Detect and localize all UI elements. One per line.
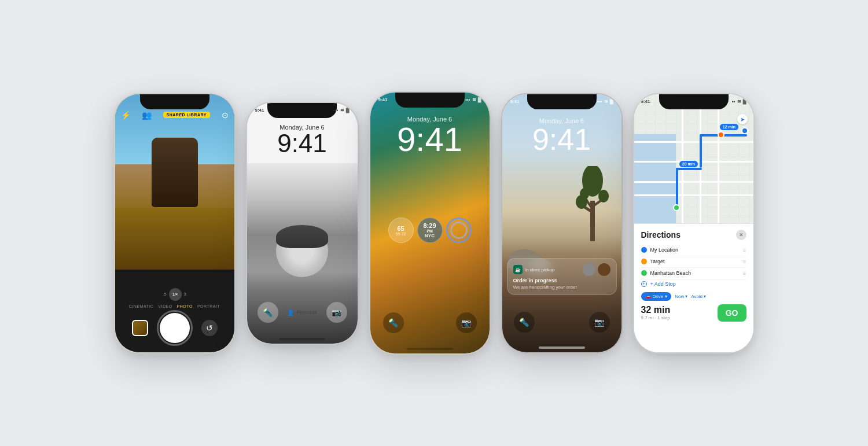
status-bar-maps: 9:41 ▪▪ ≋ ▓ xyxy=(634,99,753,104)
notification-card[interactable]: ☕ In store pickup Order in progress We a… xyxy=(507,258,617,295)
manhattan-beach-dot xyxy=(641,270,647,276)
location-row-2[interactable]: Target ≡ xyxy=(641,256,746,268)
my-location-dot xyxy=(641,247,647,253)
now-chevron: ▾ xyxy=(685,294,687,299)
lock-bottom-color: 🔦 📷 xyxy=(370,301,490,353)
camera-controls: ↺ xyxy=(132,313,218,343)
car-icon: 🚗 xyxy=(645,294,651,299)
phones-container: ⚡ 👥 SHARED LIBRARY ⊙ .5 1× 3 CINEMATIC V… xyxy=(97,74,772,372)
lock-clock-color: 9:41 xyxy=(370,123,490,156)
battery-icon-maps: ▓ xyxy=(743,99,746,104)
battery-icon-desert: ▓ xyxy=(610,99,613,104)
lock-clock-desert: 9:41 xyxy=(502,124,621,154)
flashlight-btn-desert[interactable]: 🔦 xyxy=(514,312,535,333)
notif-avatar-2 xyxy=(598,263,610,276)
home-indicator-desert xyxy=(539,347,585,349)
camera-thumbnail[interactable] xyxy=(132,320,148,336)
phone-maps: 9:41 ▪▪ ≋ ▓ xyxy=(633,93,755,353)
trip-time: 32 min xyxy=(641,305,671,315)
mode-cinematic[interactable]: CINEMATIC xyxy=(129,304,153,308)
camera-modes: CINEMATIC VIDEO PHOTO PORTRAIT xyxy=(129,304,220,308)
avoid-option[interactable]: Avoid ▾ xyxy=(691,294,706,299)
weather-widget: 65 55 72 xyxy=(388,218,414,243)
camera-btn-bw[interactable]: 📷 xyxy=(326,302,347,323)
camera-top-bar: ⚡ 👥 SHARED LIBRARY ⊙ xyxy=(115,110,234,120)
flip-camera-button[interactable]: ↺ xyxy=(201,320,218,336)
status-time-maps: 9:41 xyxy=(641,99,650,104)
mode-portrait[interactable]: PORTRAIT xyxy=(197,304,220,308)
time-bubble-12: 12 min xyxy=(720,124,738,130)
manhattan-beach-label: Manhattan Beach xyxy=(650,270,740,276)
directions-title: Directions xyxy=(641,230,681,239)
phone-maps-screen: 9:41 ▪▪ ≋ ▓ xyxy=(634,94,753,352)
camera-bottom: .5 1× 3 CINEMATIC VIDEO PHOTO PORTRAIT ↺ xyxy=(115,270,234,352)
status-bar-bw: 9:41 ▪▪▪ ≋ ▓ xyxy=(247,108,358,113)
activity-widget xyxy=(446,218,472,243)
signal-icon-bw: ▪▪▪ xyxy=(333,108,339,113)
wifi-icon-maps: ≋ xyxy=(737,99,741,104)
notif-app-name: In store pickup xyxy=(525,267,555,272)
flashlight-btn-color[interactable]: 🔦 xyxy=(383,312,404,333)
notif-avatar-1 xyxy=(583,263,595,276)
camera-btn-desert[interactable]: 📷 xyxy=(589,312,610,333)
battery-icon-bw: ▓ xyxy=(346,108,350,113)
people-icon: 👥 xyxy=(142,110,152,120)
go-button[interactable]: GO xyxy=(718,304,746,322)
map-view[interactable]: 12 min 20 min ➤ xyxy=(634,94,753,228)
drive-btn[interactable]: 🚗 Drive ▾ xyxy=(641,292,672,301)
status-icons-bw: ▪▪▪ ≋ ▓ xyxy=(333,108,349,113)
add-stop-row[interactable]: + + Add Stop xyxy=(641,279,746,289)
mode-photo[interactable]: PHOTO xyxy=(177,304,193,308)
trip-summary: 32 min 9.7 mi · 1 stop xyxy=(641,305,671,320)
flashlight-btn-bw[interactable]: 🔦 xyxy=(258,302,278,323)
now-option[interactable]: Now ▾ xyxy=(675,294,687,299)
target-dot xyxy=(641,259,647,264)
widgets-row: 65 55 72 8:29 PM NYC xyxy=(388,218,472,243)
person-icon: 👤 xyxy=(287,309,294,316)
svg-point-7 xyxy=(580,188,589,200)
svg-point-6 xyxy=(598,190,609,202)
shutter-button[interactable] xyxy=(160,313,190,343)
transport-row: 🚗 Drive ▾ Now ▾ Avoid ▾ xyxy=(641,292,746,301)
shared-library-badge: SHARED LIBRARY xyxy=(163,112,210,118)
phone-bw-lockscreen: 9:41 ▪▪▪ ≋ ▓ Monday, June 6 9:41 xyxy=(246,102,359,345)
close-directions-btn[interactable]: ✕ xyxy=(736,230,746,240)
joshua-tree xyxy=(575,166,609,241)
phone-color-lockscreen: 9:41 ▪▪▪ ≋ ▓ Monday, June 6 9:41 65 55 7… xyxy=(369,91,491,355)
phone-color-screen: 9:41 ▪▪▪ ≋ ▓ Monday, June 6 9:41 65 55 7… xyxy=(370,93,490,353)
status-bar-desert: 9:41 ▪▪▪ ≋ ▓ xyxy=(502,99,621,104)
phone-camera-screen: ⚡ 👥 SHARED LIBRARY ⊙ .5 1× 3 CINEMATIC V… xyxy=(115,94,234,352)
home-indicator-color xyxy=(407,348,453,350)
mode-video[interactable]: VIDEO xyxy=(158,304,172,308)
location-row-3[interactable]: Manhattan Beach ≡ xyxy=(641,268,746,279)
drag-handle-2: ≡ xyxy=(743,259,746,265)
phone-desert-lockscreen: 9:41 ▪▪▪ ≋ ▓ Monday, June 6 9:41 xyxy=(501,93,623,353)
status-time-color: 9:41 xyxy=(378,97,388,102)
wallpaper-label: 👤 Personal xyxy=(287,309,317,316)
battery-icon-color: ▓ xyxy=(478,97,481,102)
settings-icon[interactable]: ⊙ xyxy=(222,110,229,120)
my-location-label: My Location xyxy=(650,247,740,253)
route-start-pin xyxy=(741,127,748,134)
lock-bottom-bw: 🔦 👤 Personal 📷 xyxy=(247,290,358,344)
status-icons-maps: ▪▪ ≋ ▓ xyxy=(732,99,746,104)
wifi-icon-desert: ≋ xyxy=(604,99,608,104)
camera-viewfinder xyxy=(115,94,234,270)
lock-bottom-desert: 🔦 📷 xyxy=(502,300,621,352)
camera-btn-color[interactable]: 📷 xyxy=(456,312,477,333)
lock-time-desert: Monday, June 6 9:41 xyxy=(502,117,621,154)
status-time-desert: 9:41 xyxy=(510,99,520,104)
directions-panel: Directions ✕ My Location ≡ Target ≡ xyxy=(634,223,753,352)
location-row-1[interactable]: My Location ≡ xyxy=(641,245,746,256)
status-icons-desert: ▪▪▪ ≋ ▓ xyxy=(597,99,613,104)
directions-header: Directions ✕ xyxy=(641,230,746,240)
transport-chevron: ▾ xyxy=(665,294,667,299)
status-icons-color: ▪▪▪ ≋ ▓ xyxy=(465,97,481,102)
location-arrow[interactable]: ➤ xyxy=(737,114,748,124)
drag-handle-1: ≡ xyxy=(743,247,746,253)
status-time-bw: 9:41 xyxy=(255,108,264,113)
time-widget: 8:29 PM NYC xyxy=(417,218,443,243)
flash-icon[interactable]: ⚡ xyxy=(121,110,131,120)
destination-pin xyxy=(673,204,680,211)
zoom-1x[interactable]: 1× xyxy=(169,288,182,301)
